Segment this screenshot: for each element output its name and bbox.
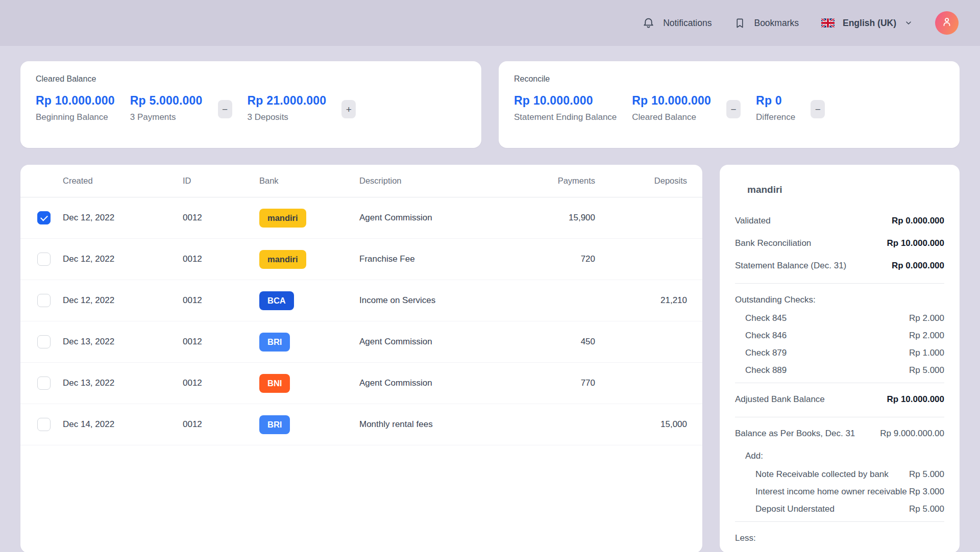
adjusted-bank-balance-row: Adjusted Bank Balance Rp 10.000.000 [735, 394, 944, 405]
cell-description: Monthly rental fees [359, 419, 508, 430]
user-icon [941, 16, 953, 30]
col-bank: Bank [259, 176, 359, 186]
notifications-button[interactable]: Notifications [642, 17, 712, 30]
cell-created: Dec 14, 2022 [63, 419, 183, 430]
summary-line-item: Check 845 Rp 2.000 [735, 313, 944, 323]
cell-id: 0012 [183, 378, 259, 388]
bank-badge: BNI [259, 374, 290, 393]
stat-block: Rp 0 Difference [756, 94, 795, 122]
chevron-down-icon [904, 19, 913, 27]
cell-description: Franchise Fee [359, 254, 508, 264]
stat-value: Rp 21.000.000 [248, 94, 327, 108]
bank-reconciliation-value: Rp 10.000.000 [887, 238, 944, 248]
notifications-label: Notifications [663, 18, 712, 29]
line-item-label: Check 846 [745, 331, 787, 341]
stat-block: Rp 10.000.000 Statement Ending Balance [514, 94, 617, 122]
summary-line-item: Check 846 Rp 2.000 [735, 331, 944, 341]
subtract-button[interactable]: − [726, 100, 741, 118]
cleared-balance-title: Cleared Balance [36, 74, 466, 84]
reconcile-card: Reconcile Rp 10.000.000 Statement Ending… [499, 61, 960, 148]
divider [735, 417, 944, 417]
statement-balance-row: Statement Balance (Dec. 31) Rp 0.000.000 [735, 261, 944, 271]
stat-value: Rp 10.000.000 [514, 94, 617, 108]
col-description: Description [359, 176, 508, 186]
cell-payments: 450 [508, 337, 595, 347]
stat-value: Rp 0 [756, 94, 795, 108]
table-row[interactable]: Dec 12, 2022 0012 mandiri Agent Commissi… [20, 197, 702, 239]
subtract-button[interactable]: − [811, 100, 825, 118]
cell-description: Income on Services [359, 295, 508, 306]
bank-badge-mandiri: mandiri [735, 178, 795, 202]
table-row[interactable]: Dec 13, 2022 0012 BNI Agent Commission 7… [20, 363, 702, 404]
validated-label: Validated [735, 216, 771, 226]
statement-balance-label: Statement Balance (Dec. 31) [735, 261, 846, 271]
cell-created: Dec 13, 2022 [63, 337, 183, 347]
avatar[interactable] [935, 11, 959, 35]
row-checkbox[interactable] [37, 377, 51, 390]
bookmarks-button[interactable]: Bookmarks [734, 17, 799, 29]
stat-label: 3 Payments [130, 112, 203, 122]
line-item-value: Rp 3.000 [909, 487, 944, 497]
cell-created: Dec 12, 2022 [63, 295, 183, 306]
table-row[interactable]: Dec 12, 2022 0012 mandiri Franchise Fee … [20, 239, 702, 280]
stat-value: Rp 10.000.000 [632, 94, 711, 108]
cell-description: Agent Commission [359, 378, 508, 388]
validated-row: Validated Rp 0.000.000 [735, 216, 944, 226]
balance-per-books-label: Balance as Per Books, Dec. 31 [735, 429, 855, 439]
row-checkbox[interactable] [37, 253, 51, 266]
divider [735, 383, 944, 383]
bank-badge: BRI [259, 415, 290, 434]
cell-deposits: 15,000 [595, 419, 687, 430]
balance-per-books-row: Balance as Per Books, Dec. 31 Rp 9.000.0… [735, 429, 944, 439]
stat-label: Statement Ending Balance [514, 112, 617, 122]
stat-label: Difference [756, 112, 795, 122]
bank-badge: BCA [259, 291, 294, 310]
cell-id: 0012 [183, 337, 259, 347]
line-item-value: Rp 2.000 [909, 331, 944, 341]
stat-label: 3 Deposits [248, 112, 327, 122]
bank-badge: mandiri [259, 250, 306, 269]
table-row[interactable]: Dec 13, 2022 0012 BRI Agent Commission 4… [20, 321, 702, 363]
line-item-value: Rp 5.000 [909, 469, 944, 480]
table-row[interactable]: Dec 14, 2022 0012 BRI Monthly rental fee… [20, 404, 702, 445]
line-item-value: Rp 2.000 [909, 313, 944, 323]
row-checkbox[interactable] [37, 335, 51, 348]
summary-line-item: Check 889 Rp 5.000 [735, 365, 944, 375]
balance-per-books-value: Rp 9.000.000.00 [880, 429, 944, 439]
cell-created: Dec 12, 2022 [63, 254, 183, 264]
subtract-button[interactable]: − [218, 100, 232, 118]
summary-line-item: Interest income home owner receivable Rp… [735, 487, 944, 497]
stat-block: Rp 10.000.000 Beginning Balance [36, 94, 115, 122]
cell-id: 0012 [183, 295, 259, 306]
row-checkbox[interactable] [37, 294, 51, 307]
col-deposits: Deposits [595, 176, 687, 186]
stat-value: Rp 5.000.000 [130, 94, 203, 108]
bank-reconciliation-row: Bank Reconciliation Rp 10.000.000 [735, 238, 944, 248]
adjusted-bank-balance-label: Adjusted Bank Balance [735, 394, 825, 405]
row-checkbox[interactable] [37, 211, 51, 224]
divider [735, 283, 944, 284]
line-item-value: Rp 5.000 [909, 365, 944, 375]
cell-payments: 15,900 [508, 213, 595, 223]
col-id: ID [183, 176, 259, 186]
top-navbar: Notifications Bookmarks English (UK) [0, 0, 980, 46]
add-button[interactable]: + [341, 100, 356, 118]
summary-line-item: Check 879 Rp 1.000 [735, 348, 944, 358]
cell-payments: 770 [508, 378, 595, 388]
stat-value: Rp 10.000.000 [36, 94, 115, 108]
stat-block: Rp 5.000.000 3 Payments [130, 94, 203, 122]
table-row[interactable]: Dec 12, 2022 0012 BCA Income on Services… [20, 280, 702, 321]
table-header: Created ID Bank Description Payments Dep… [20, 165, 702, 197]
summary-line-item: Deposit Understated Rp 5.000 [735, 504, 944, 514]
line-item-label: Deposit Understated [755, 504, 835, 514]
bank-badge: BRI [259, 333, 290, 352]
cell-payments: 720 [508, 254, 595, 264]
language-selector[interactable]: English (UK) [821, 18, 913, 29]
language-label: English (UK) [843, 18, 896, 29]
stat-label: Beginning Balance [36, 112, 115, 122]
reconciliation-summary-panel: mandiri Validated Rp 0.000.000 Bank Reco… [720, 165, 960, 552]
row-checkbox[interactable] [37, 418, 51, 431]
cell-id: 0012 [183, 419, 259, 430]
line-item-value: Rp 5.000 [909, 504, 944, 514]
bookmark-icon [734, 17, 746, 29]
